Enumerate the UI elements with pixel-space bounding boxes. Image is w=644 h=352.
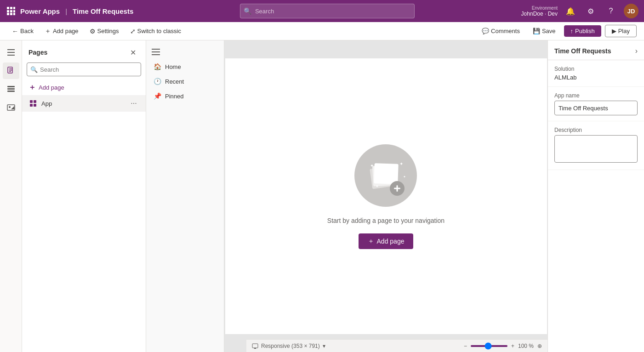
add-icon: ＋ [45, 27, 51, 35]
nav-item-recent[interactable]: 🕐 Recent [146, 74, 224, 89]
sidebar-pages-icon[interactable] [3, 62, 19, 79]
svg-rect-7 [10, 13, 12, 15]
back-label: Back [20, 28, 34, 34]
empty-state-icon: ✦ ✦ ✦ ✦ [353, 143, 418, 208]
settings-button[interactable]: ⚙ Settings [85, 26, 124, 37]
svg-rect-6 [7, 13, 9, 15]
home-icon: 🏠 [154, 63, 161, 70]
zoom-minus[interactable]: − [464, 343, 467, 349]
switch-classic-label: Switch to classic [137, 28, 181, 34]
app-name-input[interactable] [554, 101, 638, 115]
right-panel-expand-icon[interactable]: › [635, 47, 638, 55]
add-icon-panel: ＋ [28, 83, 36, 92]
switch-classic-button[interactable]: ⤢ Switch to classic [125, 26, 186, 37]
comments-button[interactable]: 💬 Comments [477, 25, 524, 37]
nav-item-home[interactable]: 🏠 Home [146, 59, 224, 74]
nav-right: Environment JohnDoe · Dev 🔔 ⚙ ? JD [521, 4, 638, 18]
play-button[interactable]: ▶ Play [605, 25, 637, 37]
svg-text:✦: ✦ [403, 175, 406, 178]
toolbar-right: 💬 Comments 💾 Save ↑ Publish ▶ Play [477, 25, 637, 37]
svg-rect-3 [7, 10, 9, 12]
add-page-canvas-icon: ＋ [368, 237, 374, 245]
add-page-button[interactable]: ＋ Add page [40, 25, 83, 37]
responsive-label: Responsive (353 × 791) [261, 343, 320, 349]
canvas-area: ✦ ✦ ✦ ✦ Start by adding a page to your n… [224, 40, 547, 352]
save-label: Save [542, 28, 556, 34]
svg-rect-5 [13, 10, 15, 12]
environment-label: Environment [532, 6, 558, 11]
solution-label: Solution [554, 66, 638, 72]
sidebar-nav-icon[interactable] [3, 44, 19, 61]
pages-list: App ··· [22, 95, 146, 352]
svg-rect-18 [7, 91, 15, 92]
brand-power-apps: Power Apps [20, 7, 60, 15]
svg-rect-32 [374, 163, 399, 184]
nav-item-pinned[interactable]: 📌 Pinned [146, 89, 224, 103]
publish-button[interactable]: ↑ Publish [564, 25, 601, 37]
zoom-percent: 100 % [518, 343, 534, 349]
add-page-canvas-button[interactable]: ＋ Add page [359, 233, 414, 249]
publish-icon: ↑ [570, 28, 574, 34]
svg-rect-11 [7, 55, 15, 56]
top-nav: Power Apps | Time Off Requests 🔍 Environ… [0, 0, 644, 22]
solution-value: ALMLab [554, 74, 638, 81]
empty-state: ✦ ✦ ✦ ✦ Start by adding a page to your n… [327, 143, 445, 249]
svg-rect-41 [254, 348, 256, 349]
save-icon: 💾 [533, 28, 540, 34]
svg-marker-21 [11, 106, 14, 109]
status-bar-right: − + 100 % ⊕ [464, 343, 542, 349]
nav-item-home-label: Home [165, 63, 181, 70]
back-icon: ← [12, 28, 18, 35]
notification-btn[interactable]: 🔔 [563, 4, 578, 18]
nav-left: Power Apps | Time Off Requests [6, 6, 133, 17]
svg-text:✦: ✦ [399, 161, 403, 166]
app-name-section: App name [548, 87, 644, 121]
status-bar-left: Responsive (353 × 791) ▾ [252, 343, 325, 349]
add-page-label: Add page [53, 28, 79, 34]
page-item-app-more[interactable]: ··· [128, 98, 139, 109]
search-wrapper: 🔍 [240, 4, 415, 18]
back-button[interactable]: ← Back [7, 26, 38, 37]
search-input-top[interactable] [240, 4, 415, 18]
avatar[interactable]: JD [624, 4, 638, 18]
sidebar-media-icon[interactable] [3, 99, 19, 116]
fit-icon[interactable]: ⊕ [537, 343, 542, 349]
svg-rect-27 [152, 51, 160, 52]
waffle-icon[interactable] [6, 6, 17, 17]
svg-rect-23 [34, 100, 36, 103]
svg-rect-35 [397, 185, 398, 192]
comments-label: Comments [491, 28, 520, 34]
close-pages-button[interactable]: ✕ [126, 46, 139, 59]
nav-hamburger-icon[interactable] [146, 46, 224, 59]
svg-rect-22 [30, 100, 33, 103]
icon-sidebar [0, 40, 22, 352]
search-icon-top: 🔍 [244, 7, 251, 15]
settings-label: Settings [97, 28, 119, 34]
help-btn[interactable]: ? [604, 4, 618, 18]
svg-rect-26 [152, 49, 160, 50]
svg-point-20 [9, 106, 11, 108]
empty-state-text: Start by adding a page to your navigatio… [327, 217, 445, 224]
svg-rect-0 [7, 7, 9, 9]
search-box-icon: 🔍 [30, 66, 38, 73]
svg-rect-16 [7, 86, 15, 87]
pages-title: Pages [28, 49, 47, 56]
save-button[interactable]: 💾 Save [528, 25, 560, 37]
responsive-icon [252, 343, 258, 349]
page-item-app-label: App [41, 100, 128, 107]
zoom-plus[interactable]: + [511, 343, 514, 349]
sidebar-data-icon[interactable] [3, 81, 19, 97]
zoom-slider[interactable] [471, 345, 507, 347]
settings-icon: ⚙ [90, 28, 96, 35]
page-item-app[interactable]: App ··· [22, 95, 146, 112]
settings-icon-btn[interactable]: ⚙ [583, 4, 598, 18]
publish-label: Publish [575, 28, 595, 34]
svg-rect-24 [30, 104, 33, 107]
pages-header: Pages ✕ [22, 40, 146, 62]
nav-item-recent-label: Recent [165, 78, 184, 85]
description-textarea[interactable] [554, 135, 638, 163]
brand-separator: | [65, 7, 67, 15]
add-page-panel-button[interactable]: ＋ Add page [22, 80, 146, 95]
pages-search-input[interactable] [27, 62, 141, 76]
add-page-canvas-label: Add page [377, 238, 405, 245]
